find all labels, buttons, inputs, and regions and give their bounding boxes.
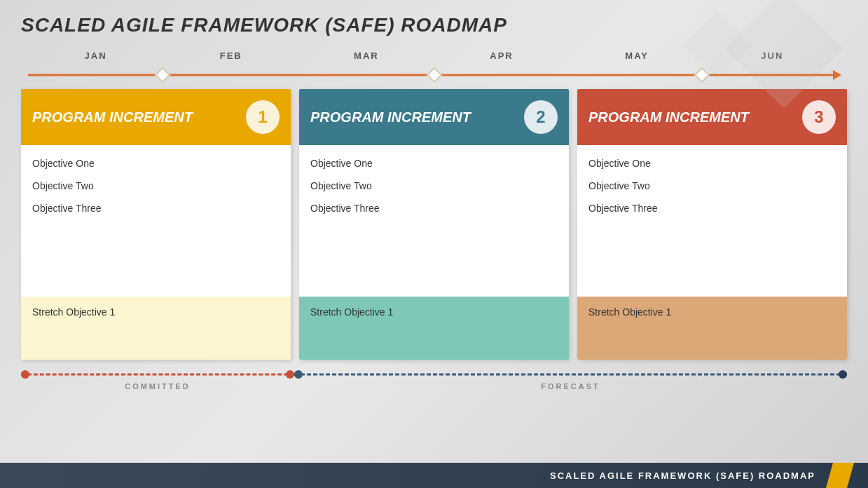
committed-line-wrapper (21, 370, 294, 379)
committed-section: COMMITTED (21, 370, 294, 391)
committed-label: COMMITTED (125, 382, 191, 391)
pi-grid: PROGRAM INCREMENT 1 Objective One Object… (21, 89, 847, 360)
pi-3-objectives: Objective One Objective Two Objective Th… (577, 145, 847, 226)
timeline-diamond-jun (694, 67, 710, 83)
pi-3-obj-3: Objective Three (588, 197, 836, 219)
pi-2-stretch: Stretch Objective 1 (299, 297, 569, 360)
timeline (28, 65, 840, 86)
pi-2-number: 2 (524, 100, 558, 134)
pi-1-number: 1 (246, 100, 280, 134)
pi-1-spacer (21, 226, 291, 297)
bottom-section: COMMITTED FORECAST (21, 370, 847, 391)
forecast-section: FORECAST (294, 370, 847, 391)
pi-2-obj-2: Objective Two (310, 175, 558, 197)
pi-2-stretch-label: Stretch Objective 1 (310, 306, 558, 318)
pi-3-stretch-label: Stretch Objective 1 (588, 306, 836, 318)
committed-dashed-line (21, 374, 294, 376)
pi-2-objectives: Objective One Objective Two Objective Th… (299, 145, 569, 226)
pi-card-2: PROGRAM INCREMENT 2 Objective One Object… (299, 89, 569, 360)
committed-dot-start (21, 370, 29, 379)
pi-3-header: PROGRAM INCREMENT 3 (577, 89, 847, 145)
pi-2-title: PROGRAM INCREMENT (310, 109, 471, 126)
pi-2-obj-3: Objective Three (310, 197, 558, 219)
pi-3-number: 3 (802, 100, 836, 134)
pi-3-title: PROGRAM INCREMENT (588, 109, 749, 126)
month-may: MAY (581, 50, 693, 61)
pi-1-obj-2: Objective Two (32, 175, 280, 197)
footer-text: SCALED AGILE FRAMEWORK (SAFe) ROADMAP (550, 470, 815, 481)
pi-1-title: PROGRAM INCREMENT (32, 109, 193, 126)
pi-3-stretch: Stretch Objective 1 (577, 297, 847, 360)
pi-2-obj-1: Objective One (310, 152, 558, 175)
footer-accent (826, 463, 854, 488)
pi-1-stretch: Stretch Objective 1 (21, 297, 291, 360)
pi-1-stretch-label: Stretch Objective 1 (32, 306, 280, 318)
pi-2-header: PROGRAM INCREMENT 2 (299, 89, 569, 145)
pi-2-spacer (299, 226, 569, 297)
forecast-dashed-line (294, 374, 847, 376)
timeline-diamond-apr (426, 67, 442, 83)
pi-card-3: PROGRAM INCREMENT 3 Objective One Object… (577, 89, 847, 360)
timeline-arrow (833, 70, 841, 80)
month-mar: MAR (310, 50, 422, 61)
footer: SCALED AGILE FRAMEWORK (SAFe) ROADMAP (0, 463, 868, 488)
pi-card-1: PROGRAM INCREMENT 1 Objective One Object… (21, 89, 291, 360)
month-jan: JAN (40, 50, 152, 61)
forecast-label: FORECAST (541, 382, 600, 391)
pi-1-header: PROGRAM INCREMENT 1 (21, 89, 291, 145)
main-container: SCALED AGILE FRAMEWORK (SAFe) ROADMAP JA… (0, 0, 868, 488)
pi-3-spacer (577, 226, 847, 297)
forecast-dot-start (294, 370, 303, 379)
forecast-line-wrapper (294, 370, 847, 379)
pi-1-objectives: Objective One Objective Two Objective Th… (21, 145, 291, 226)
timeline-diamond-feb (155, 67, 171, 83)
forecast-dot-end (839, 370, 847, 379)
pi-1-obj-1: Objective One (32, 152, 280, 175)
committed-dot-end (286, 370, 294, 379)
pi-3-obj-2: Objective Two (588, 175, 836, 197)
pi-1-obj-3: Objective Three (32, 197, 280, 219)
month-apr: APR (446, 50, 558, 61)
pi-3-obj-1: Objective One (588, 152, 836, 175)
month-feb: FEB (175, 50, 287, 61)
